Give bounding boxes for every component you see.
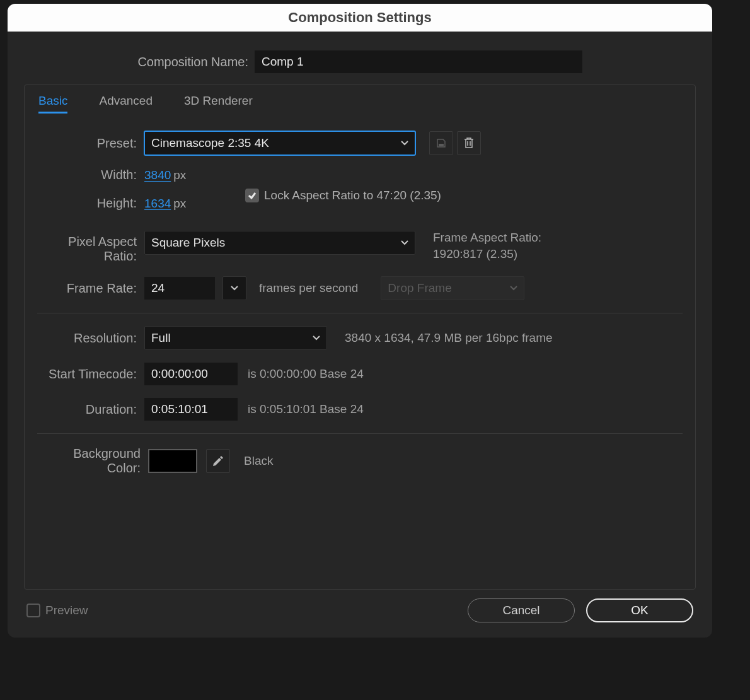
resolution-info: 3840 x 1634, 47.9 MB per 16bpc frame <box>345 331 553 345</box>
width-unit: px <box>173 168 186 182</box>
check-icon <box>248 191 257 200</box>
framerate-input[interactable] <box>144 277 215 300</box>
start-timecode-label: Start Timecode: <box>37 367 144 382</box>
save-preset-icon <box>436 137 447 149</box>
bgcolor-name: Black <box>244 454 273 468</box>
start-timecode-info: is 0:00:00:00 Base 24 <box>248 367 364 381</box>
preset-value: Cinemascope 2:35 4K <box>151 136 269 150</box>
eyedropper-icon <box>212 455 224 467</box>
save-preset-button[interactable] <box>429 131 453 155</box>
preview-checkbox[interactable] <box>26 604 40 617</box>
preset-label: Preset: <box>37 136 144 151</box>
tab-advanced[interactable]: Advanced <box>99 94 153 114</box>
chevron-down-icon <box>401 239 408 247</box>
frame-aspect-info: Frame Aspect Ratio: 1920:817 (2.35) <box>433 231 541 261</box>
divider <box>37 433 683 434</box>
preset-dropdown[interactable]: Cinemascope 2:35 4K <box>144 131 415 155</box>
cancel-button[interactable]: Cancel <box>468 598 575 622</box>
par-label: Pixel Aspect Ratio: <box>37 231 144 264</box>
width-label: Width: <box>37 168 144 182</box>
composition-settings-dialog: Composition Settings Composition Name: B… <box>8 4 712 638</box>
delete-preset-button[interactable] <box>457 131 481 155</box>
settings-panel: Basic Advanced 3D Renderer Preset: Cinem… <box>24 85 696 590</box>
eyedropper-button[interactable] <box>206 449 230 473</box>
titlebar: Composition Settings <box>8 4 712 32</box>
framerate-unit: frames per second <box>259 281 358 295</box>
duration-info: is 0:05:10:01 Base 24 <box>248 402 364 416</box>
bgcolor-swatch[interactable] <box>148 449 197 473</box>
framerate-dropdown-toggle[interactable] <box>222 276 246 300</box>
resolution-label: Resolution: <box>37 331 144 346</box>
tab-3d-renderer[interactable]: 3D Renderer <box>184 94 253 114</box>
dropframe-dropdown: Drop Frame <box>381 276 524 300</box>
ok-button[interactable]: OK <box>586 598 693 622</box>
divider <box>37 313 683 313</box>
composition-name-label: Composition Name: <box>24 55 255 69</box>
framerate-label: Frame Rate: <box>37 281 144 296</box>
frame-aspect-value: 1920:817 (2.35) <box>433 247 541 261</box>
composition-name-input[interactable] <box>255 50 582 73</box>
chevron-down-icon <box>510 284 517 292</box>
resolution-dropdown[interactable]: Full <box>144 326 327 350</box>
frame-aspect-label: Frame Aspect Ratio: <box>433 231 541 245</box>
dropframe-value: Drop Frame <box>388 281 451 295</box>
bgcolor-label: Background Color: <box>37 446 148 475</box>
chevron-down-icon <box>313 334 320 342</box>
tabs: Basic Advanced 3D Renderer <box>37 85 683 125</box>
lock-aspect-checkbox[interactable] <box>245 189 259 202</box>
width-value[interactable]: 3840 <box>144 168 171 182</box>
start-timecode-input[interactable] <box>144 363 238 385</box>
trash-icon <box>463 137 475 149</box>
dialog-title: Composition Settings <box>288 9 431 26</box>
preview-label: Preview <box>45 604 88 617</box>
lock-aspect-label: Lock Aspect Ratio to 47:20 (2.35) <box>264 189 441 202</box>
preview-toggle[interactable]: Preview <box>26 604 88 617</box>
height-value[interactable]: 1634 <box>144 197 171 211</box>
height-unit: px <box>173 197 186 211</box>
height-label: Height: <box>37 196 144 211</box>
par-value: Square Pixels <box>151 236 225 250</box>
resolution-value: Full <box>151 331 171 345</box>
svg-rect-0 <box>439 144 444 146</box>
duration-input[interactable] <box>144 398 238 421</box>
tab-basic[interactable]: Basic <box>38 94 67 114</box>
chevron-down-icon <box>231 284 238 292</box>
duration-label: Duration: <box>37 402 144 417</box>
chevron-down-icon <box>401 139 408 147</box>
par-dropdown[interactable]: Square Pixels <box>144 231 415 255</box>
